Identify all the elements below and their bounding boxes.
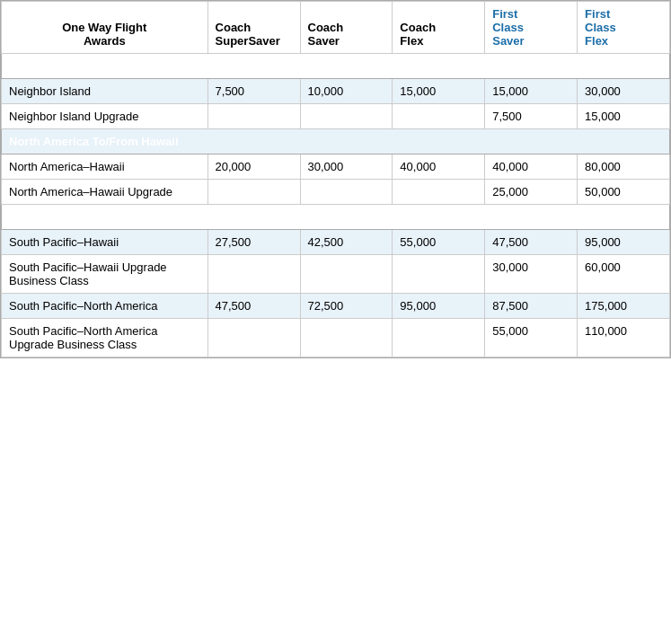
header-col5: FirstClassSaver [485, 2, 578, 54]
header-col6-text: FirstClassFlex [585, 7, 616, 48]
row-value [393, 104, 485, 129]
row-value [300, 319, 393, 357]
row-value: 25,000 [485, 180, 578, 205]
header-col1-text: One Way FlightAwards [62, 21, 146, 48]
row-value: 175,000 [578, 294, 670, 319]
row-value [300, 255, 393, 294]
section-header-cell: Neighbor Island [2, 54, 670, 79]
section-header-cell: South Pacific (Pago Pago, Samoa or Papee… [2, 205, 670, 230]
row-value: 40,000 [393, 154, 485, 180]
row-label: South Pacific–Hawaii Upgrade Business Cl… [2, 255, 208, 294]
table-row: North America–Hawaii Upgrade25,00050,000 [2, 180, 670, 205]
row-value: 30,000 [485, 255, 578, 294]
header-col3-text: CoachSaver [308, 21, 344, 48]
header-col6: FirstClassFlex [578, 2, 670, 54]
header-col4: CoachFlex [393, 2, 485, 54]
row-label: Neighbor Island Upgrade [2, 104, 208, 129]
table-row: Neighbor Island Upgrade7,50015,000 [2, 104, 670, 129]
row-value: 55,000 [393, 230, 485, 255]
header-col1: One Way FlightAwards [2, 2, 208, 54]
row-value [207, 319, 300, 357]
row-value [207, 104, 300, 129]
table-row: Neighbor Island7,50010,00015,00015,00030… [2, 79, 670, 104]
row-value: 72,500 [300, 294, 393, 319]
row-value: 30,000 [578, 79, 670, 104]
table-row: North America–Hawaii20,00030,00040,00040… [2, 154, 670, 180]
row-value: 60,000 [578, 255, 670, 294]
row-value: 10,000 [300, 79, 393, 104]
row-value [207, 255, 300, 294]
table-row: South Pacific–North America47,50072,5009… [2, 294, 670, 319]
table-row: South Pacific–North America Upgrade Busi… [2, 319, 670, 357]
row-value [393, 255, 485, 294]
row-label: Neighbor Island [2, 79, 208, 104]
row-value: 15,000 [578, 104, 670, 129]
section-header-row: North America To/From Hawaii [2, 129, 670, 154]
row-value: 15,000 [485, 79, 578, 104]
section-header-row: Neighbor Island [2, 54, 670, 79]
row-value [207, 180, 300, 205]
row-value [300, 104, 393, 129]
header-col2-text: CoachSuperSaver [216, 21, 280, 48]
row-value: 80,000 [578, 154, 670, 180]
row-value: 7,500 [485, 104, 578, 129]
row-label: South Pacific–North America Upgrade Busi… [2, 319, 208, 357]
row-value: 110,000 [578, 319, 670, 357]
row-value: 87,500 [485, 294, 578, 319]
row-value: 47,500 [485, 230, 578, 255]
row-value [393, 319, 485, 357]
header-col5-text: FirstClassSaver [492, 7, 524, 48]
header-col3: CoachSaver [300, 2, 393, 54]
row-label: North America–Hawaii Upgrade [2, 180, 208, 205]
table-row: South Pacific–Hawaii27,50042,50055,00047… [2, 230, 670, 255]
table-row: South Pacific–Hawaii Upgrade Business Cl… [2, 255, 670, 294]
row-value: 40,000 [485, 154, 578, 180]
row-value: 95,000 [578, 230, 670, 255]
row-value: 95,000 [393, 294, 485, 319]
row-value: 55,000 [485, 319, 578, 357]
row-value: 27,500 [207, 230, 300, 255]
row-value: 50,000 [578, 180, 670, 205]
row-value: 47,500 [207, 294, 300, 319]
header-col4-text: CoachFlex [400, 21, 436, 48]
row-label: South Pacific–North America [2, 294, 208, 319]
row-value: 30,000 [300, 154, 393, 180]
row-value: 15,000 [393, 79, 485, 104]
header-col2: CoachSuperSaver [207, 2, 300, 54]
section-header-row: South Pacific (Pago Pago, Samoa or Papee… [2, 205, 670, 230]
row-label: South Pacific–Hawaii [2, 230, 208, 255]
row-value [300, 180, 393, 205]
flight-awards-table: One Way FlightAwards CoachSuperSaver Coa… [0, 0, 671, 358]
header-row: One Way FlightAwards CoachSuperSaver Coa… [2, 2, 670, 54]
row-value: 20,000 [207, 154, 300, 180]
row-value [393, 180, 485, 205]
row-value: 42,500 [300, 230, 393, 255]
row-label: North America–Hawaii [2, 154, 208, 180]
row-value: 7,500 [207, 79, 300, 104]
section-header-cell: North America To/From Hawaii [2, 129, 670, 154]
